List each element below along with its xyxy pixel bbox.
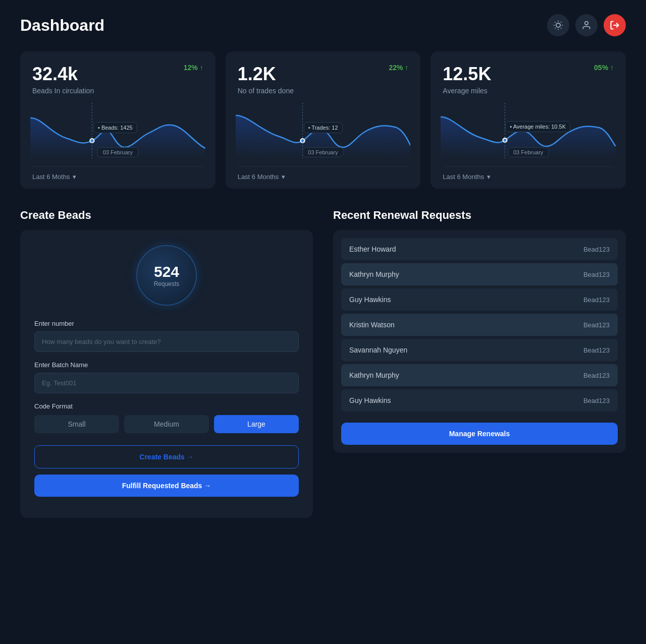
logout-button[interactable] bbox=[604, 14, 626, 36]
requests-label: Requests bbox=[154, 280, 180, 287]
number-input[interactable] bbox=[34, 331, 299, 352]
list-item: Kathryn Murphy Bead123 bbox=[341, 263, 618, 285]
create-beads-title: Create Beads bbox=[20, 209, 313, 222]
user-icon bbox=[581, 20, 591, 30]
list-item: Savannah Nguyen Bead123 bbox=[341, 339, 618, 361]
svg-point-0 bbox=[556, 23, 560, 27]
stat-card-beads: 32.4k 12% ↑ Beads In circulation • Beads… bbox=[20, 51, 216, 189]
renewals-title: Recent Renewal Requests bbox=[333, 209, 626, 222]
stat-change-miles: 05% ↑ bbox=[594, 64, 614, 72]
manage-renewals-button[interactable]: Manage Renewals bbox=[341, 423, 618, 445]
chart-date-beads: 03 February bbox=[97, 147, 138, 157]
header-actions bbox=[547, 14, 626, 36]
stats-section: 32.4k 12% ↑ Beads In circulation • Beads… bbox=[0, 46, 646, 204]
chart-miles: • Average miles: 10.5K 03 February bbox=[441, 103, 616, 158]
header: Dashboard bbox=[0, 0, 646, 46]
batch-label: Enter Batch Name bbox=[34, 361, 299, 369]
batch-field-group: Enter Batch Name bbox=[34, 361, 299, 393]
svg-line-3 bbox=[555, 22, 556, 23]
chart-trades: • Trades: 12 03 February bbox=[236, 103, 411, 158]
create-beads-button[interactable]: Create Beads → bbox=[34, 445, 299, 469]
main-content: Create Beads 524 Requests Enter number E… bbox=[0, 204, 646, 538]
exit-icon bbox=[610, 20, 620, 30]
requests-badge: 524 Requests bbox=[136, 245, 197, 306]
stat-label-trades: No of trades done bbox=[238, 87, 409, 95]
format-large-button[interactable]: Large bbox=[214, 415, 299, 433]
user-profile-button[interactable] bbox=[575, 14, 598, 36]
requests-number: 524 bbox=[154, 263, 179, 280]
format-small-button[interactable]: Small bbox=[34, 415, 119, 433]
code-format-group: Code Format Small Medium Large bbox=[34, 402, 299, 433]
stat-period-miles[interactable]: Last 6 Months ▾ bbox=[443, 166, 614, 181]
list-item: Kristin Watson Bead123 bbox=[341, 314, 618, 336]
list-item: Guy Hawkins Bead123 bbox=[341, 288, 618, 311]
theme-toggle-button[interactable] bbox=[547, 14, 569, 36]
chart-date-miles: 03 February bbox=[508, 147, 549, 157]
stat-label-miles: Average miles bbox=[443, 87, 614, 95]
stat-change-beads: 12% ↑ bbox=[184, 64, 203, 72]
stat-card-trades: 1.2K 22% ↑ No of trades done • Trades: 1… bbox=[226, 51, 421, 189]
stat-period-trades[interactable]: Last 6 Months ▾ bbox=[238, 166, 409, 181]
stat-label-beads: Beads In circulation bbox=[32, 87, 203, 95]
list-item: Kathryn Murphy Bead123 bbox=[341, 364, 618, 386]
code-format-label: Code Format bbox=[34, 402, 299, 410]
renewal-card: Esther Howard Bead123 Kathryn Murphy Bea… bbox=[333, 230, 626, 453]
list-item: Guy Hawkins Bead123 bbox=[341, 389, 618, 412]
stat-period-beads[interactable]: Last 6 Moths ▾ bbox=[32, 166, 203, 181]
svg-line-8 bbox=[561, 22, 561, 23]
format-medium-button[interactable]: Medium bbox=[124, 415, 209, 433]
stat-change-trades: 22% ↑ bbox=[389, 64, 408, 72]
number-field-group: Enter number bbox=[34, 320, 299, 352]
fulfill-beads-button[interactable]: Fulfill Requested Beads → bbox=[34, 475, 299, 497]
batch-input[interactable] bbox=[34, 373, 299, 393]
list-item: Esther Howard Bead123 bbox=[341, 238, 618, 260]
stat-value-beads: 32.4k bbox=[32, 64, 203, 85]
stat-value-miles: 12.5K bbox=[443, 64, 614, 85]
create-beads-card: 524 Requests Enter number Enter Batch Na… bbox=[20, 230, 313, 518]
svg-point-9 bbox=[585, 22, 588, 25]
stat-value-trades: 1.2K bbox=[238, 64, 409, 85]
svg-line-4 bbox=[561, 28, 561, 28]
sun-icon bbox=[553, 20, 563, 30]
number-label: Enter number bbox=[34, 320, 299, 327]
chart-date-trades: 03 February bbox=[302, 147, 343, 157]
renewals-section: Recent Renewal Requests Esther Howard Be… bbox=[333, 209, 626, 518]
stat-card-miles: 12.5K 05% ↑ Average miles • Average mile… bbox=[430, 51, 626, 189]
create-beads-section: Create Beads 524 Requests Enter number E… bbox=[20, 209, 313, 518]
chart-beads: • Beads: 1425 03 February bbox=[30, 103, 205, 158]
svg-line-7 bbox=[555, 28, 556, 28]
page-title: Dashboard bbox=[20, 16, 104, 35]
format-buttons: Small Medium Large bbox=[34, 415, 299, 433]
